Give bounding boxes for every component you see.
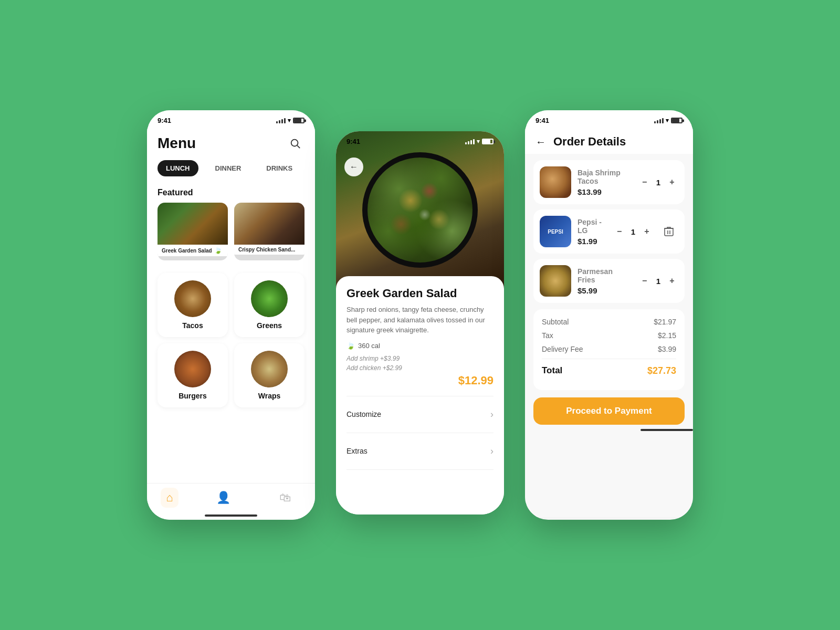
salad-image	[362, 152, 478, 268]
category-wraps[interactable]: Wraps	[234, 343, 304, 407]
category-burgers[interactable]: Burgers	[158, 343, 228, 407]
order-qty-pepsi: − 1 +	[613, 225, 653, 238]
order-item-fries: Parmesan Fries $5.99 − 1 +	[533, 259, 685, 303]
item-description: Sharp red onions, tangy feta cheese, cru…	[346, 304, 494, 335]
divider-3	[346, 469, 494, 470]
time-1: 9:41	[158, 117, 171, 124]
order-img-tacos	[540, 166, 571, 198]
battery-1	[293, 118, 304, 123]
home-indicator-3	[640, 429, 693, 431]
time-3: 9:41	[536, 117, 549, 124]
extras-option[interactable]: Extras ›	[346, 439, 494, 463]
order-img-fries	[540, 265, 571, 297]
tax-label: Tax	[542, 331, 553, 340]
menu-header: Menu	[147, 128, 315, 157]
item-calories: 🍃 360 cal	[346, 342, 494, 350]
order-minus-pepsi[interactable]: −	[613, 225, 626, 238]
leaf-icon-2: 🍃	[346, 342, 355, 350]
order-qty-val-tacos: 1	[656, 178, 660, 187]
subtotal-value: $21.97	[654, 318, 676, 326]
status-icons-3: ▾	[654, 117, 682, 124]
tab-drinks[interactable]: DRINKS	[258, 160, 301, 176]
menu-tabs: LUNCH DINNER DRINKS	[147, 157, 315, 183]
signal-1	[276, 118, 286, 123]
status-icons-2: ▾	[465, 138, 494, 145]
subtotal-label: Subtotal	[542, 318, 569, 326]
order-plus-fries[interactable]: +	[666, 275, 678, 287]
order-items-list: Baja Shrimp Tacos $13.99 − 1 + PEPSI Pep…	[525, 154, 693, 309]
status-icons-1: ▾	[276, 117, 304, 124]
category-tacos[interactable]: Tacos	[158, 273, 228, 337]
category-name-tacos: Tacos	[182, 321, 203, 330]
order-qty-val-pepsi: 1	[631, 227, 635, 236]
battery-2	[482, 139, 494, 144]
order-minus-fries[interactable]: −	[638, 275, 651, 287]
customize-label: Customize	[346, 410, 381, 418]
wifi-icon-2: ▾	[477, 138, 480, 145]
delete-pepsi-button[interactable]	[659, 222, 678, 241]
order-name-pepsi: Pepsi - LG	[578, 218, 607, 235]
svg-rect-2	[665, 228, 673, 236]
back-button[interactable]: ←	[344, 158, 363, 176]
order-plus-pepsi[interactable]: +	[640, 225, 653, 238]
category-img-wraps	[251, 351, 288, 387]
category-greens[interactable]: Greens	[234, 273, 304, 337]
featured-img-salad	[158, 203, 228, 245]
summary-divider	[542, 359, 676, 359]
order-title: Order Details	[553, 135, 626, 149]
category-name-burgers: Burgers	[178, 392, 207, 400]
order-img-pepsi: PEPSI	[540, 216, 571, 247]
status-bar-1: 9:41 ▾	[147, 110, 315, 128]
addon-chicken: Add chicken +$2.99	[346, 364, 494, 372]
item-detail-body: Greek Garden Salad Sharp red onions, tan…	[336, 276, 504, 514]
order-item-pepsi: PEPSI Pepsi - LG $1.99 − 1 +	[533, 209, 685, 254]
nav-orders[interactable]: 🛍	[269, 487, 301, 509]
order-price-fries: $5.99	[578, 286, 632, 295]
nav-profile[interactable]: 👤	[206, 487, 241, 509]
order-info-fries: Parmesan Fries $5.99	[578, 267, 632, 295]
delivery-value: $3.99	[658, 345, 676, 353]
proceed-to-payment-button[interactable]: Proceed to Payment	[533, 397, 685, 425]
leaf-icon: 🍃	[214, 247, 222, 254]
category-img-tacos	[174, 280, 211, 317]
order-minus-tacos[interactable]: −	[638, 176, 651, 188]
divider-2	[346, 433, 494, 433]
signal-3	[654, 118, 664, 123]
status-bar-2: 9:41 ▾	[336, 131, 504, 149]
featured-label: Featured	[158, 188, 304, 197]
category-name-greens: Greens	[257, 321, 282, 330]
signal-2	[465, 139, 475, 144]
nav-home[interactable]: ⌂	[161, 488, 178, 508]
subtotal-row: Subtotal $21.97	[542, 318, 676, 326]
menu-title: Menu	[158, 135, 196, 152]
tab-dinner[interactable]: DINNER	[207, 160, 250, 176]
total-row: Total $27.73	[542, 363, 676, 376]
order-plus-tacos[interactable]: +	[666, 176, 678, 188]
order-name-fries: Parmesan Fries	[578, 267, 632, 284]
divider-1	[346, 396, 494, 396]
extras-label: Extras	[346, 447, 368, 455]
wifi-icon-1: ▾	[288, 117, 291, 124]
phone-order-details: 9:41 ▾ ← Order Details Baja Shrimp Tacos	[525, 110, 693, 520]
order-info-pepsi: Pepsi - LG $1.99	[578, 218, 607, 246]
featured-card-burger[interactable]: Crispy Chicken Sand...	[234, 203, 304, 260]
phone-item-detail: 9:41 ▾ ← Greek Garden Salad Sharp r	[336, 131, 504, 514]
wifi-icon-3: ▾	[666, 117, 669, 124]
status-bar-3: 9:41 ▾	[525, 110, 693, 128]
category-img-greens	[251, 280, 288, 317]
search-button[interactable]	[286, 134, 304, 153]
phone-menu: 9:41 ▾ Menu LUNCH DINNER DRINKS Featured	[147, 110, 315, 520]
order-back-button[interactable]: ←	[536, 136, 546, 148]
bag-icon: 🛍	[279, 491, 291, 505]
battery-3	[671, 118, 682, 123]
tab-lunch[interactable]: LUNCH	[158, 160, 198, 176]
customize-option[interactable]: Customize ›	[346, 403, 494, 426]
home-indicator-1	[205, 514, 257, 517]
order-content: ← Order Details Baja Shrimp Tacos $13.99…	[525, 128, 693, 517]
order-qty-fries: − 1 +	[638, 275, 678, 287]
featured-label-burger: Crispy Chicken Sand...	[234, 245, 304, 255]
item-hero-image: ←	[336, 131, 504, 289]
featured-card-salad[interactable]: Greek Garden Salad 🍃	[158, 203, 228, 260]
svg-line-1	[297, 145, 300, 148]
delivery-row: Delivery Fee $3.99	[542, 345, 676, 353]
